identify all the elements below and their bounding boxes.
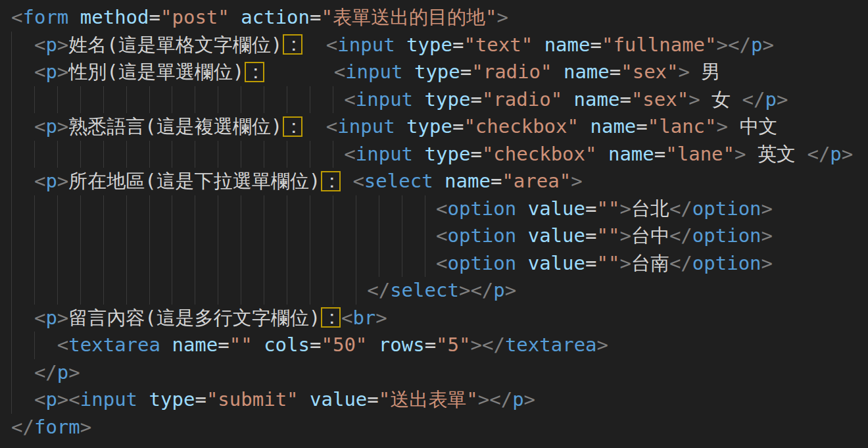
indent-guides [11, 277, 367, 305]
token-whitespace [516, 197, 527, 220]
token-whitespace [265, 61, 334, 83]
token-string-value: "sex" [621, 61, 678, 83]
token-tag-name: br [352, 307, 375, 329]
token-punctuation: > [597, 334, 608, 356]
token-attribute-name: type [406, 115, 452, 137]
token-string-value: "radio" [482, 88, 562, 111]
token-punctuation: > [762, 34, 773, 56]
token-attribute-name: name [590, 115, 636, 137]
token-punctuation: < [352, 170, 364, 192]
token-punctuation: > [57, 388, 68, 411]
token-text-content: 台中 [631, 224, 669, 247]
token-string-value: "lane" [665, 143, 735, 165]
code-line-10[interactable]: <option value="">台南</option> [11, 250, 868, 278]
token-attribute-name: type [414, 61, 460, 83]
token-attribute-name: name [608, 143, 654, 165]
indent-guides [11, 113, 34, 141]
token-attribute-name: name [172, 334, 218, 356]
token-punctuation: > [68, 361, 80, 384]
token-punctuation: > [57, 34, 68, 56]
indent-guides [11, 332, 57, 359]
token-string-value: "lanc" [648, 115, 717, 137]
token-tag-name: input [345, 61, 402, 83]
token-equals: = [195, 388, 206, 411]
token-whitespace [402, 61, 414, 83]
token-tag-name: option [692, 197, 761, 220]
token-equals: = [610, 61, 621, 83]
code-line-1[interactable]: <form method="post" action="表單送出的目的地"> [11, 4, 868, 32]
token-tag-name: input [356, 143, 413, 165]
token-attribute-name: method [80, 6, 149, 28]
code-line-14[interactable]: </p> [11, 359, 868, 387]
code-line-6[interactable]: <input type="checkbox" name="lane"> 英文 <… [11, 141, 868, 168]
token-attribute-name: cols [264, 334, 310, 356]
unicode-highlight-box: ： [283, 116, 302, 137]
code-line-4[interactable]: <input type="radio" name="sex"> 女 </p> [11, 86, 868, 114]
code-line-7[interactable]: <p>所在地區(這是下拉選單欄位)： <select name="area"> [11, 168, 868, 195]
token-punctuation: < [34, 170, 45, 192]
token-attribute-name: action [241, 6, 310, 28]
token-equals: = [585, 252, 596, 274]
token-whitespace [433, 170, 445, 192]
token-attribute-name: type [425, 143, 471, 165]
code-line-16[interactable]: </form> [11, 414, 868, 441]
token-whitespace [579, 115, 590, 137]
token-text-content: 台南 [631, 252, 669, 274]
token-tag-name: option [447, 197, 516, 220]
token-tag-name: p [45, 34, 57, 56]
token-punctuation: > [688, 88, 700, 111]
token-punctuation: < [344, 143, 355, 165]
code-line-15[interactable]: <p><input type="submit" value="送出表單"></p… [11, 386, 868, 414]
token-punctuation: </ [728, 34, 751, 56]
code-line-12[interactable]: <p>留言內容(這是多行文字欄位)：<br> [11, 305, 868, 332]
token-punctuation: > [505, 279, 516, 301]
code-line-11[interactable]: </select></p> [11, 277, 868, 305]
code-editor[interactable]: <form method="post" action="表單送出的目的地"><p… [0, 0, 868, 448]
token-punctuation: > [777, 88, 788, 111]
code-line-9[interactable]: <option value="">台中</option> [11, 222, 868, 250]
token-punctuation: > [842, 143, 853, 165]
indent-guides [11, 359, 34, 387]
token-punctuation: > [619, 224, 631, 247]
token-punctuation: < [68, 388, 80, 411]
token-attribute-name: rows [379, 334, 425, 356]
indent-guides [11, 386, 34, 414]
unicode-highlight-box: ： [283, 34, 302, 55]
token-attribute-name: name [445, 170, 491, 192]
token-whitespace [253, 334, 264, 356]
code-line-5[interactable]: <p>熟悉語言(這是複選欄位)： <input type="checkbox" … [11, 113, 868, 141]
token-punctuation: </ [742, 88, 765, 111]
token-punctuation: < [326, 115, 337, 137]
token-whitespace [562, 88, 573, 111]
token-tag-name: input [337, 34, 395, 56]
code-line-13[interactable]: <textarea name="" cols="50" rows="5"></t… [11, 332, 868, 359]
token-whitespace [413, 143, 424, 165]
token-tag-name: p [45, 61, 57, 83]
token-tag-name: textarea [68, 334, 160, 356]
token-equals: = [149, 6, 160, 28]
token-whitespace [137, 388, 149, 411]
token-punctuation: < [436, 252, 447, 274]
token-equals: = [585, 224, 596, 247]
token-punctuation: > [761, 252, 773, 274]
token-equals: = [425, 334, 436, 356]
code-line-8[interactable]: <option value="">台北</option> [11, 195, 868, 223]
token-equals: = [585, 197, 596, 220]
token-text-content: 中文 [728, 115, 777, 137]
token-punctuation: </ [669, 197, 692, 220]
token-whitespace [413, 88, 424, 111]
token-text-content: 男 [690, 61, 720, 83]
unicode-highlight-box: ： [245, 62, 264, 82]
token-attribute-name: type [149, 388, 195, 411]
indent-guides [11, 195, 436, 223]
token-string-value: "post" [160, 6, 229, 28]
code-line-2[interactable]: <p>姓名(這是單格文字欄位)： <input type="text" name… [11, 32, 868, 59]
code-line-3[interactable]: <p>性別(這是單選欄位)： <input type="radio" name=… [11, 59, 868, 86]
token-punctuation: > [57, 115, 68, 137]
token-punctuation: > [717, 34, 728, 56]
token-whitespace [367, 334, 378, 356]
token-equals: = [619, 88, 631, 111]
token-punctuation: </ [489, 388, 512, 411]
token-tag-name: p [57, 361, 68, 384]
token-punctuation: > [478, 388, 489, 411]
